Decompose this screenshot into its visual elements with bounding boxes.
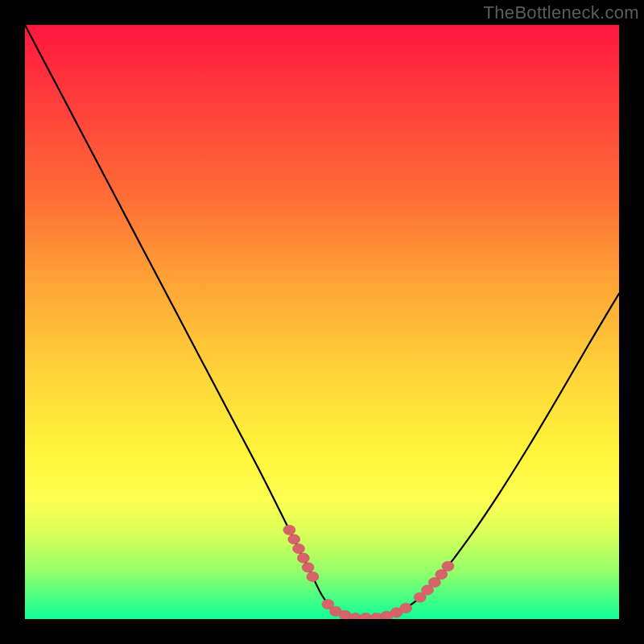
chart-frame [25, 25, 619, 619]
highlight-dot [293, 543, 305, 553]
bottleneck-curve [25, 25, 619, 618]
highlight-dot [360, 613, 372, 619]
chart-svg [25, 25, 619, 619]
watermark-text: TheBottleneck.com [484, 2, 639, 23]
highlight-dot [400, 603, 412, 613]
highlight-dot [297, 553, 309, 563]
highlight-dot [283, 525, 295, 535]
highlight-dot [302, 563, 314, 572]
highlight-dot [442, 561, 454, 571]
highlight-dot [288, 535, 300, 544]
highlight-dots-layer [283, 525, 454, 619]
highlight-dot [307, 572, 319, 581]
